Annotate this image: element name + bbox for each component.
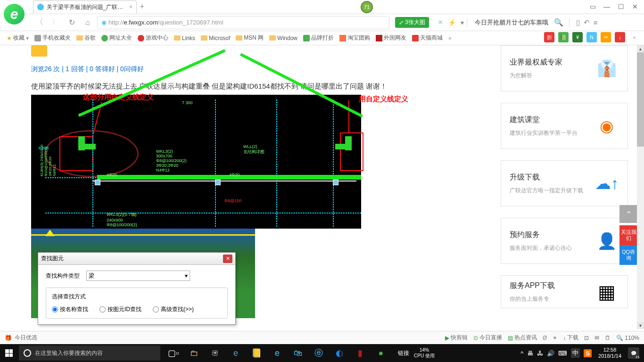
bookmark-item[interactable]: MSN 网 [236, 34, 264, 42]
cpu-monitor[interactable]: 14% CPU 使用 [414, 347, 435, 359]
sidebar-card-expert[interactable]: 业界最权威专家为您解答 👔 [501, 45, 628, 91]
app-ie[interactable]: ⓔ [308, 344, 329, 362]
bookmark-item[interactable]: 手机收藏夹 [34, 34, 71, 42]
score-badge[interactable]: 71 [361, 1, 373, 13]
radio-by-name[interactable]: 按名称查找 [52, 305, 88, 313]
app-explorer[interactable]: 🗀 [184, 344, 205, 362]
news-prompt[interactable]: 今日开抢腊月廿七的车票哦 [475, 18, 548, 27]
app-qbrowser[interactable]: ◐ [329, 344, 350, 362]
gift-icon[interactable]: 🎁 [5, 335, 12, 341]
app-swirl[interactable]: ֍ [205, 344, 225, 362]
fan-icon[interactable]: ✶ [553, 335, 557, 341]
cad-screenshot-1[interactable]: 这部分用自定义线定义 用自定义线定义 7 300 WKL [31, 95, 361, 229]
dialog-close-icon[interactable]: ✕ [223, 255, 232, 263]
sidebar-card-course[interactable]: 建筑课堂建筑行业实训教学第一平台 ◉ [501, 103, 628, 149]
ext-icon[interactable]: ↓ [615, 32, 625, 42]
undo-icon[interactable]: ↶ [584, 18, 590, 27]
bookmark-item[interactable]: 品牌打折 [303, 34, 334, 42]
mail-icon[interactable]: ✉ [594, 335, 599, 341]
images-badge[interactable]: ⤢ 3张大图 [395, 17, 429, 28]
ime-indicator[interactable]: ⌨ [558, 350, 567, 357]
note-icon[interactable]: 🗒 [605, 335, 611, 341]
quickclip-button[interactable]: ▶快剪辑 [445, 334, 468, 342]
window-close-icon[interactable]: ✕ [628, 0, 642, 13]
bolt-icon[interactable]: ⚡ [448, 19, 456, 26]
sogou-icon[interactable]: S [584, 349, 592, 357]
bookmark-item[interactable]: Microsof [201, 35, 230, 41]
task-view-button[interactable]: ▢▫ [163, 344, 184, 362]
browser-logo[interactable]: e [0, 0, 28, 28]
chevron-down-icon[interactable]: ▾ [461, 19, 464, 26]
scroll-top-button[interactable]: ⌃ [619, 205, 637, 223]
volume-icon[interactable]: 🔊 [547, 350, 554, 357]
back-button[interactable]: 〈 [33, 16, 46, 29]
ext-icon[interactable]: N [586, 32, 597, 42]
home-button[interactable]: ⌂ [81, 16, 94, 29]
taskbar-clock[interactable]: 12:58 2018/1/14 [598, 347, 621, 359]
ext-icon[interactable]: ✂ [601, 32, 611, 42]
share-icon[interactable]: ⪤ [437, 19, 443, 26]
page-scrollbar[interactable]: ▲ ▼ [637, 45, 644, 329]
hot-news-button[interactable]: ▤热点资讯 [508, 334, 537, 342]
app-store[interactable]: 🛍 [288, 344, 308, 362]
bookmark-item[interactable]: 网址大全 [101, 34, 132, 42]
close-icon[interactable]: × [129, 4, 132, 10]
ext-icon[interactable]: 折 [544, 32, 554, 42]
scroll-down-icon[interactable]: ▼ [637, 322, 644, 329]
bookmark-item[interactable]: 天猫商城 [412, 34, 443, 42]
follow-us-button[interactable]: 关注我们 [619, 225, 637, 245]
address-bar[interactable]: ◉ http://e.fwxgx.com/question_1720697.ht… [97, 16, 389, 29]
app-edge[interactable]: e [267, 344, 288, 362]
download-button[interactable]: ↓下载 [563, 334, 578, 342]
scroll-up-icon[interactable]: ▲ [637, 45, 644, 52]
app-icon[interactable]: ⊡ [584, 335, 589, 341]
sidebar-card-service[interactable]: 预约服务服务面对面，承诺心连心 👤 [501, 218, 628, 264]
menu-icon[interactable]: ≡ [594, 18, 598, 26]
search-icon[interactable]: 🔍 [554, 18, 563, 27]
taskbar-search[interactable]: 在这里输入你要搜索的内容 [19, 346, 160, 361]
minimize-icon[interactable]: — [600, 0, 614, 13]
network-icon[interactable]: 🖧 [537, 350, 543, 357]
dialog-titlebar[interactable]: 查找图元 ✕ [38, 253, 235, 265]
today-picks[interactable]: 今日优选 [15, 334, 37, 342]
printer-icon[interactable]: 🖶 [527, 350, 533, 357]
bookmark-item[interactable]: Window [269, 35, 297, 41]
ime-lang[interactable]: 中 [571, 348, 580, 358]
bookmark-item[interactable]: 谷歌 [76, 34, 96, 42]
tray-up-icon[interactable]: ^ [520, 350, 523, 357]
sidebar-card-download[interactable]: 升级下载广联达官方唯一指定升级下载 ☁↑ [501, 160, 628, 206]
tab-title: 关于梁平齐板顶的问题_广联达服 [47, 3, 126, 11]
app-note[interactable]: 📒 [246, 344, 267, 362]
expand-icon: ⤢ [399, 19, 404, 26]
type-select[interactable]: 梁 ▾ [86, 271, 190, 281]
new-tab-button[interactable]: + [140, 2, 145, 12]
app-red[interactable]: ▮ [350, 344, 371, 362]
app-360[interactable]: ● [371, 344, 391, 362]
notification-icon[interactable]: 💬21 [628, 347, 639, 359]
sidebar-card-app[interactable]: 服务APP下载你的当上服务专 ▦ [501, 275, 628, 308]
ext-icon[interactable]: ¥ [572, 32, 583, 42]
live-button[interactable]: ⊙今日直播 [473, 334, 502, 342]
reload-button[interactable]: ↻ [65, 16, 78, 29]
bookmark-item[interactable]: 淘宝团购 [339, 34, 370, 42]
start-button[interactable] [0, 344, 18, 362]
window-menu-icon[interactable]: ▭ [586, 0, 600, 13]
block-icon[interactable]: Ø [543, 335, 547, 341]
ext-icon[interactable]: 📗 [558, 32, 569, 42]
radio-advanced[interactable]: 高级查找(>>) [153, 305, 194, 313]
ext-overflow-icon[interactable]: » [629, 32, 639, 42]
scrollbar-thumb[interactable] [637, 52, 644, 147]
radio-by-id[interactable]: 按图元ID查找 [99, 305, 141, 313]
bookmark-item[interactable]: 外国网友 [376, 34, 406, 42]
read-mode-icon[interactable]: ▯ [576, 18, 580, 27]
app-edge-old[interactable]: e [225, 344, 246, 362]
zoom-indicator[interactable]: 🔍110% [616, 335, 639, 341]
maximize-icon[interactable]: ☐ [614, 0, 628, 13]
bookmark-item[interactable]: 游戏中心 [138, 34, 168, 42]
favorites-button[interactable]: ★收藏▾ [7, 34, 29, 42]
qq-consult-button[interactable]: QQ咨询 [619, 245, 637, 265]
forward-button[interactable]: 〉 [49, 16, 62, 29]
bookmark-item[interactable]: Links [174, 35, 195, 41]
browser-tab[interactable]: 关于梁平齐板顶的问题_广联达服 × [33, 0, 137, 14]
bookmark-overflow[interactable]: » [448, 35, 452, 41]
